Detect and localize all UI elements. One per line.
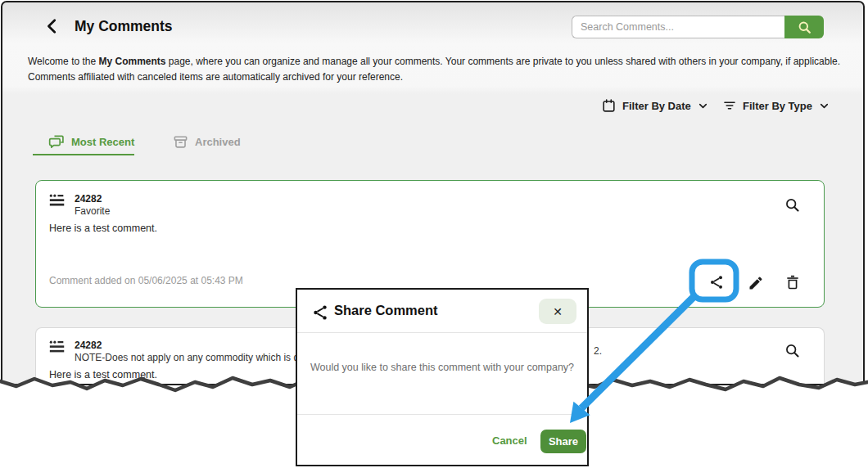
comment-type-icon bbox=[47, 339, 67, 357]
delete-comment-button[interactable] bbox=[784, 274, 802, 292]
filter-by-date-label: Filter By Date bbox=[622, 100, 691, 112]
edit-comment-button[interactable] bbox=[748, 275, 766, 293]
comments-icon bbox=[48, 133, 65, 150]
pencil-icon bbox=[748, 275, 764, 291]
search-button[interactable] bbox=[784, 16, 824, 38]
page-title: My Comments bbox=[75, 18, 173, 35]
tab-most-recent-label: Most Recent bbox=[71, 136, 134, 148]
calendar-icon bbox=[601, 98, 617, 114]
chevron-down-icon bbox=[697, 100, 709, 112]
filter-by-date-dropdown[interactable]: Filter By Date bbox=[601, 96, 709, 115]
welcome-text: Welcome to the My Comments page, where y… bbox=[28, 54, 855, 85]
search-input[interactable] bbox=[572, 16, 784, 38]
share-icon bbox=[708, 274, 725, 290]
comment-type-label: Favorite bbox=[75, 205, 110, 217]
comment-type-icon bbox=[47, 192, 67, 210]
chevron-down-icon bbox=[818, 100, 830, 112]
chevron-left-icon bbox=[43, 17, 61, 35]
comment-body: Here is a test comment. bbox=[49, 223, 157, 234]
view-comment-button[interactable] bbox=[784, 342, 802, 360]
share-comment-button[interactable] bbox=[708, 274, 726, 292]
share-comment-modal: Share Comment ✕ Would you like to share … bbox=[296, 288, 589, 466]
modal-title: Share Comment bbox=[334, 303, 438, 318]
trash-icon bbox=[784, 274, 801, 290]
tab-archived-label: Archived bbox=[195, 136, 241, 148]
back-button[interactable] bbox=[43, 17, 61, 35]
comment-id: 24282 bbox=[75, 340, 102, 351]
cancel-button[interactable]: Cancel bbox=[492, 434, 527, 447]
magnifier-icon bbox=[784, 196, 801, 214]
modal-close-button[interactable]: ✕ bbox=[539, 299, 576, 324]
search-bar bbox=[572, 16, 824, 38]
share-button[interactable]: Share bbox=[540, 430, 586, 453]
comment-id: 24282 bbox=[75, 193, 102, 205]
filter-by-type-dropdown[interactable]: Filter By Type bbox=[722, 96, 830, 115]
modal-footer-divider bbox=[297, 414, 587, 415]
archive-icon bbox=[173, 134, 188, 150]
filter-lines-icon bbox=[722, 98, 737, 113]
welcome-line1: Welcome to the My Comments page, where y… bbox=[28, 54, 855, 70]
magnifier-icon bbox=[784, 342, 801, 359]
welcome-line2: Comments affiliated with canceled items … bbox=[28, 70, 855, 85]
comment-type-overflow: 2. bbox=[594, 345, 602, 357]
tab-archived[interactable]: Archived bbox=[173, 131, 241, 152]
modal-header: Share Comment ✕ bbox=[297, 290, 587, 333]
share-icon bbox=[311, 304, 329, 322]
tab-most-recent[interactable]: Most Recent bbox=[48, 131, 134, 152]
close-icon: ✕ bbox=[553, 305, 563, 318]
comment-timestamp: Comment added on 05/06/2025 at 05:43 PM bbox=[49, 275, 243, 286]
view-comment-button[interactable] bbox=[784, 196, 802, 214]
active-tab-underline bbox=[33, 154, 134, 155]
filter-by-type-label: Filter By Type bbox=[743, 100, 812, 112]
modal-body-text: Would you like to share this comment wit… bbox=[297, 362, 587, 373]
comment-body: Here is a test comment. bbox=[49, 369, 157, 380]
search-icon bbox=[797, 20, 812, 35]
